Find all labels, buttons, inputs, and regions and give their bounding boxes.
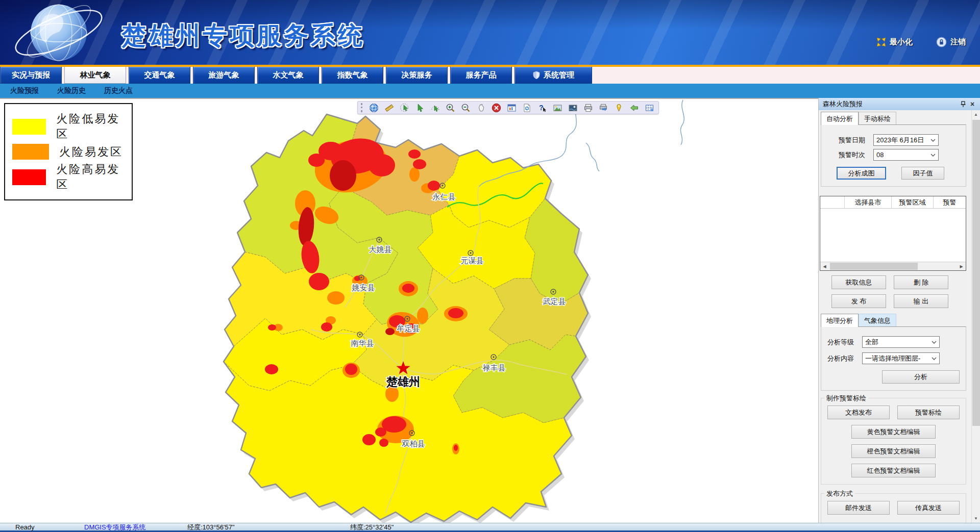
- status-ready: Ready: [15, 523, 35, 531]
- map-canvas[interactable]: 永仁县 大姚县 元谋县 姚安县 武定县 牟定县 南华县 禄丰县 双柏县 楚雄州 …: [0, 98, 818, 523]
- placemark-pin-icon[interactable]: [614, 103, 624, 113]
- svg-text:?: ?: [539, 104, 544, 112]
- pan-hand-icon[interactable]: [476, 103, 486, 113]
- publish-group-title: 发布方式: [824, 489, 855, 498]
- print-preview-icon[interactable]: [598, 103, 608, 113]
- select-polygon-icon[interactable]: [430, 103, 440, 113]
- tab-manual-plot[interactable]: 手动标绘: [859, 112, 896, 125]
- delete-button[interactable]: 删 除: [894, 275, 948, 289]
- panel-scrollbar[interactable]: ▲ ▼: [971, 110, 980, 523]
- county-label-lufeng: 禄丰县: [483, 363, 506, 372]
- county-label-mouding: 牟定县: [397, 324, 420, 333]
- close-icon[interactable]: ×: [968, 99, 977, 109]
- analysis-tabstrip: 地理分析 气象信息: [821, 313, 971, 326]
- email-send-button[interactable]: 邮件发送: [827, 501, 890, 515]
- stop-icon[interactable]: [491, 103, 501, 113]
- minimize-label: 最小化: [890, 37, 913, 47]
- pin-icon[interactable]: [959, 99, 968, 109]
- logout-label: 注销: [950, 37, 966, 47]
- table-hscrollbar[interactable]: ◀ ▶: [820, 262, 966, 270]
- export-map-icon[interactable]: [644, 103, 654, 113]
- legend-swatch-yellow: [12, 119, 46, 135]
- zoom-in-icon[interactable]: [445, 103, 455, 113]
- tab-forestry-weather[interactable]: 林业气象: [64, 67, 126, 84]
- toolbar-drag-handle[interactable]: [361, 103, 362, 112]
- analyze-map-button[interactable]: 分析成图: [837, 167, 886, 180]
- tab-traffic-weather[interactable]: 交通气象: [129, 67, 190, 84]
- col-warn: 预警: [934, 196, 966, 208]
- plot-groupbox: 制作预警标绘 文档发布 预警标绘 黄色预警文档编辑 橙色预警文档编辑 红色预警文…: [821, 398, 966, 485]
- county-label-shuangbai: 双柏县: [402, 439, 425, 448]
- warn-time-select[interactable]: 08: [873, 149, 939, 161]
- minimize-button[interactable]: 最小化: [876, 37, 913, 47]
- analysis-level-select[interactable]: 全部: [862, 336, 940, 348]
- warn-plot-button[interactable]: 预警标绘: [897, 406, 960, 419]
- legend-item-low: 火险低易发区: [12, 111, 127, 142]
- tab-service-products[interactable]: 服务产品: [450, 67, 512, 84]
- full-extent-icon[interactable]: [506, 103, 517, 113]
- logout-button[interactable]: 注销: [936, 37, 966, 47]
- scroll-right-icon[interactable]: ▶: [957, 262, 966, 270]
- fax-send-button[interactable]: 传真发送: [897, 501, 960, 515]
- image-day-icon[interactable]: [552, 103, 562, 113]
- get-info-button[interactable]: 获取信息: [831, 275, 886, 289]
- sub-navbar: 火险预报 火险历史 历史火点: [0, 84, 980, 98]
- print-icon[interactable]: [583, 103, 593, 113]
- shield-icon: [532, 71, 541, 80]
- refresh-page-icon[interactable]: [522, 103, 532, 113]
- col-blank: [820, 196, 845, 208]
- doc-publish-button[interactable]: 文档发布: [827, 406, 890, 419]
- previous-view-icon[interactable]: [629, 103, 639, 113]
- status-system-link[interactable]: DMGIS专项服务系统: [84, 523, 146, 531]
- scroll-up-icon[interactable]: ▲: [972, 110, 980, 119]
- prefecture-label: 楚雄州: [386, 375, 420, 388]
- orange-warning-doc-button[interactable]: 橙色预警文档编辑: [851, 444, 936, 458]
- measure-distance-icon[interactable]: [384, 103, 394, 113]
- tab-auto-analysis[interactable]: 自动分析: [821, 112, 859, 125]
- zoom-out-icon[interactable]: [460, 103, 471, 113]
- tab-system-admin[interactable]: 系统管理: [514, 67, 592, 84]
- warn-date-label: 预警日期: [839, 136, 873, 145]
- publish-groupbox: 发布方式 邮件发送 传真发送: [821, 493, 966, 523]
- image-night-icon[interactable]: [568, 103, 578, 113]
- subnav-fire-forecast[interactable]: 火险预报: [10, 86, 39, 95]
- col-county: 选择县市: [845, 196, 892, 208]
- subnav-historic-firepoints[interactable]: 历史火点: [104, 86, 133, 95]
- factor-value-button[interactable]: 因子值: [901, 167, 944, 180]
- tab-index-weather[interactable]: 指数气象: [322, 67, 383, 84]
- analysis-content-select[interactable]: 一请选择地理图层-: [862, 352, 940, 364]
- globe-icon[interactable]: [369, 103, 379, 113]
- panel-titlebar: 森林火险预报 ×: [819, 98, 980, 110]
- hscroll-thumb[interactable]: [830, 263, 918, 270]
- subnav-fire-history[interactable]: 火险历史: [57, 86, 86, 95]
- publish-button[interactable]: 发 布: [831, 294, 886, 308]
- select-by-circle-icon[interactable]: [399, 103, 409, 113]
- warning-table-body[interactable]: [820, 209, 966, 262]
- warning-table: 选择县市 预警区域 预警 ◀ ▶: [820, 196, 966, 271]
- identify-icon[interactable]: ?: [537, 103, 547, 113]
- vscroll-thumb[interactable]: [972, 120, 980, 426]
- geo-analysis-pane: 分析等级 全部 分析内容 一请选择地理图层- 分析: [821, 326, 966, 391]
- tab-decision-service[interactable]: 决策服务: [386, 67, 448, 84]
- yellow-warning-doc-button[interactable]: 黄色预警文档编辑: [851, 425, 936, 439]
- scroll-left-icon[interactable]: ◀: [820, 262, 829, 270]
- chevron-down-icon: [930, 139, 936, 142]
- tab-tourism-weather[interactable]: 旅游气象: [193, 67, 255, 84]
- auto-analysis-pane: 预警日期 2023年 6月16日 预警时次 08 分析成图 因子值: [821, 124, 966, 187]
- select-feature-icon[interactable]: [414, 103, 425, 113]
- analyze-button[interactable]: 分析: [882, 370, 960, 384]
- tab-geo-analysis[interactable]: 地理分析: [821, 314, 859, 327]
- red-warning-doc-button[interactable]: 红色预警文档编辑: [851, 464, 936, 477]
- tab-live-forecast[interactable]: 实况与预报: [0, 67, 62, 84]
- legend-item-mid: 火险易发区: [12, 144, 127, 160]
- warn-date-select[interactable]: 2023年 6月16日: [873, 134, 939, 146]
- county-label-yaoan: 姚安县: [352, 283, 375, 292]
- tab-weather-info[interactable]: 气象信息: [859, 314, 896, 327]
- county-label-yuanmou: 元谋县: [461, 256, 484, 265]
- tab-hydrology-weather[interactable]: 水文气象: [257, 67, 319, 84]
- app-banner: 楚雄州专项服务系统 最小化 注销: [0, 0, 980, 65]
- scroll-down-icon[interactable]: ▼: [972, 514, 980, 523]
- output-button[interactable]: 输 出: [894, 294, 948, 308]
- map-toolbar: ?: [357, 101, 659, 114]
- warn-time-label: 预警时次: [839, 150, 873, 160]
